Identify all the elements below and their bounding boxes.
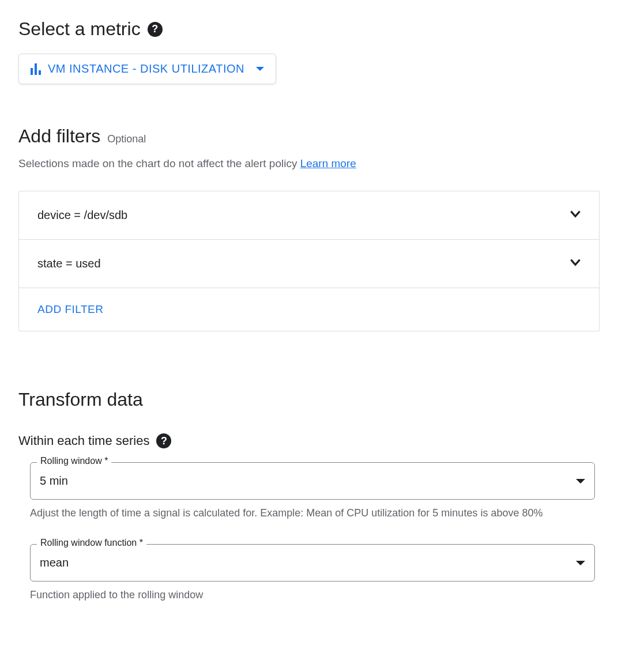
filters-heading: Add filters Optional bbox=[18, 126, 600, 147]
bar-chart-icon bbox=[31, 63, 41, 75]
metric-selector-label: VM INSTANCE - DISK UTILIZATION bbox=[48, 62, 244, 75]
rolling-window-function-label: Rolling window function * bbox=[37, 538, 146, 548]
add-filter-button[interactable]: ADD FILTER bbox=[37, 303, 103, 315]
optional-label: Optional bbox=[107, 133, 146, 145]
rolling-window-function-field: Rolling window function * mean bbox=[30, 544, 600, 582]
rolling-window-value: 5 min bbox=[40, 474, 68, 488]
filter-text: state = used bbox=[37, 257, 101, 270]
filter-row-device[interactable]: device = /dev/sdb bbox=[19, 191, 599, 240]
rolling-window-function-select[interactable]: mean bbox=[30, 544, 595, 582]
dropdown-triangle-icon bbox=[256, 67, 264, 71]
filters-description: Selections made on the chart do not affe… bbox=[18, 157, 600, 170]
subsection-heading: Within each time series ? bbox=[18, 433, 600, 448]
transform-title: Transform data bbox=[18, 389, 600, 410]
rolling-window-select[interactable]: 5 min bbox=[30, 462, 595, 500]
rolling-window-function-help: Function applied to the rolling window bbox=[30, 587, 583, 603]
add-filter-row: ADD FILTER bbox=[19, 288, 599, 331]
learn-more-link[interactable]: Learn more bbox=[300, 157, 356, 169]
help-icon[interactable]: ? bbox=[148, 22, 163, 37]
rolling-window-field: Rolling window * 5 min bbox=[30, 462, 600, 500]
help-icon[interactable]: ? bbox=[156, 433, 171, 448]
filter-row-state[interactable]: state = used bbox=[19, 240, 599, 288]
dropdown-caret-icon bbox=[576, 479, 585, 484]
select-metric-heading: Select a metric ? bbox=[18, 18, 600, 40]
chevron-down-icon bbox=[568, 206, 583, 224]
dropdown-caret-icon bbox=[576, 561, 585, 565]
filter-text: device = /dev/sdb bbox=[37, 209, 127, 222]
rolling-window-function-value: mean bbox=[40, 556, 69, 569]
select-metric-title: Select a metric bbox=[18, 18, 141, 40]
rolling-window-label: Rolling window * bbox=[37, 456, 111, 466]
rolling-window-help: Adjust the length of time a signal is ca… bbox=[30, 505, 583, 521]
metric-selector-dropdown[interactable]: VM INSTANCE - DISK UTILIZATION bbox=[18, 54, 276, 84]
subsection-title: Within each time series bbox=[18, 433, 149, 448]
chevron-down-icon bbox=[568, 255, 583, 273]
filters-title: Add filters bbox=[18, 126, 100, 147]
filter-list: device = /dev/sdb state = used ADD FILTE… bbox=[18, 191, 600, 331]
